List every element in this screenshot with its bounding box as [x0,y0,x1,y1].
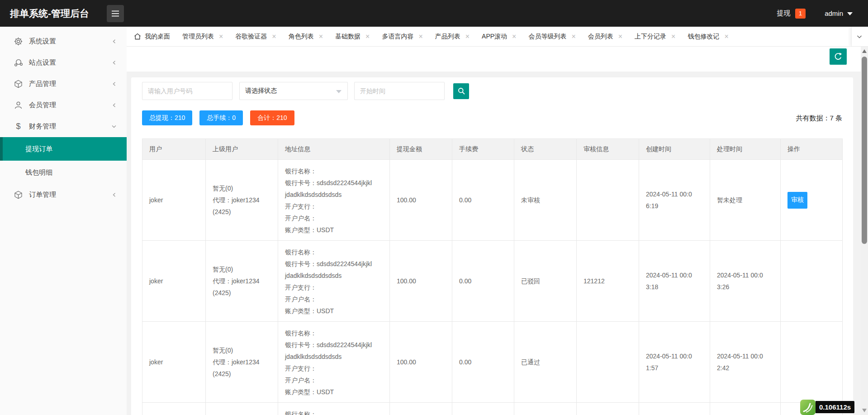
cell-created-time: 2024-05-11 00:06:19 [639,160,710,241]
tab-item[interactable]: APP滚动× [482,33,516,41]
sidebar-item-withdraw-orders[interactable]: 提现订单 [0,137,127,161]
status-select-value: 请选择状态 [245,87,277,95]
column-header: 状态 [514,139,577,160]
cell-action: 审核 [781,160,843,241]
address-line: jdadklkdsdsddsdsds [285,351,383,363]
column-header: 操作 [781,139,843,160]
address-line: 银行名称： [285,246,383,258]
tab-bar: 我的桌面 管理员列表× 谷歌验证器× 角色列表× 基础数据× 多语言内容× 产品… [127,27,868,47]
cell-amount [390,403,452,415]
tab-close-icon[interactable]: × [671,33,675,40]
parent-line: 暂无(0) [213,182,271,194]
cell-amount: 100.00 [390,160,452,241]
main-area: 我的桌面 管理员列表× 谷歌验证器× 角色列表× 基础数据× 多语言内容× 产品… [127,27,868,415]
sidebar-item-wallet-details[interactable]: 钱包明细 [0,161,127,184]
user-number-input[interactable] [142,82,232,100]
status-select[interactable]: 请选择状态 [239,82,348,100]
tab-label: 会员列表 [588,33,613,41]
sidebar-item-label: 订单管理 [29,191,56,199]
tab-item[interactable]: 多语言内容× [382,33,422,41]
total-fee-button[interactable]: 总手续：0 [199,110,243,125]
sidebar-item-product-management[interactable]: 产品管理 [0,73,127,95]
address-line: 银行名称： [285,408,383,415]
cell-parent-user: 暂无(0) 代理：joker1234 (2425) [206,160,278,241]
chevron-left-icon [112,103,117,108]
chevron-left-icon [112,192,117,197]
sidebar-item-label: 会员管理 [29,101,56,110]
cell-parent-user [206,403,278,415]
tab-item[interactable]: 谷歌验证器× [235,33,276,41]
audit-button[interactable]: 审核 [787,192,807,209]
tab-item[interactable]: 产品列表× [435,33,470,41]
tab-close-icon[interactable]: × [618,33,622,40]
tab-close-icon[interactable]: × [319,33,323,40]
search-icon [457,87,465,95]
scrollbar-thumb[interactable] [862,57,867,244]
sidebar-item-finance-management[interactable]: $ 财务管理 [0,116,127,137]
address-line: 银行卡号：sdsdsd2224544jkjkl [285,258,383,270]
chevron-left-icon [112,60,117,65]
tab-item[interactable]: 基础数据× [335,33,370,41]
address-line: 开户户名： [285,374,383,386]
cell-fee [452,403,514,415]
cell-status: 已通过 [514,322,577,403]
sidebar-item-member-management[interactable]: 会员管理 [0,95,127,116]
chevron-left-icon [112,81,117,86]
tab-close-icon[interactable]: × [465,33,470,40]
tab-close-icon[interactable]: × [724,33,728,40]
menu-toggle-button[interactable] [107,5,124,22]
search-button[interactable] [453,83,469,99]
address-line: 开户支行： [285,200,383,212]
tab-close-icon[interactable]: × [272,33,276,40]
total-sum-button[interactable]: 合计：210 [250,110,294,125]
sidebar-subitem-label: 提现订单 [25,145,52,153]
tab-close-icon[interactable]: × [219,33,223,40]
tab-close-icon[interactable]: × [365,33,370,40]
total-withdraw-button[interactable]: 总提现：210 [142,110,192,125]
vertical-scrollbar[interactable] [861,47,868,415]
withdraw-count-badge: 1 [795,9,806,19]
tab-item[interactable]: 管理员列表× [182,33,223,41]
record-count: 共有数据：7 条 [796,110,842,125]
tab-close-icon[interactable]: × [571,33,575,40]
column-header: 审核信息 [577,139,639,160]
scroll-down-arrow-icon[interactable] [862,409,867,412]
tab-item[interactable]: 上下分记录× [635,33,675,41]
sidebar-item-system-settings[interactable]: 系统设置 [0,31,127,52]
cell-fee: 0.00 [452,160,514,241]
topbar: 排单系统-管理后台 提现 1 admin [0,0,868,27]
tab-label: 产品列表 [435,33,460,41]
caret-down-icon [336,90,342,93]
refresh-button[interactable] [830,48,847,65]
gear-icon [14,37,23,46]
tab-item[interactable]: 钱包修改记× [688,33,728,41]
tab-label: 多语言内容 [382,33,413,41]
column-header: 手续费 [452,139,514,160]
tab-home[interactable]: 我的桌面 [134,33,170,41]
user-menu[interactable]: admin [825,10,853,17]
tab-item[interactable]: 角色列表× [289,33,323,41]
sidebar: 系统设置 站点设置 产品管理 会员管理 $ 财务管理 [0,27,127,415]
tab-close-icon[interactable]: × [512,33,516,40]
thinkphp-logo-icon [800,400,816,415]
withdraw-label: 提现 [777,9,790,18]
tab-item[interactable]: 会员列表× [588,33,622,41]
sidebar-item-order-management[interactable]: 订单管理 [0,184,127,205]
tab-close-icon[interactable]: × [418,33,422,40]
cell-amount: 100.00 [390,322,452,403]
tab-item[interactable]: 会员等级列表× [528,33,575,41]
withdraw-orders-table: 用户 上级用户 地址信息 提现金额 手续费 状态 审核信息 创建时间 处理时间 … [142,138,843,415]
parent-line: 暂无(0) [213,263,271,275]
cell-status [514,403,577,415]
table-row: joker 暂无(0) 代理：joker1234 (2425) 银行名称： 银行… [142,322,843,403]
start-time-input[interactable] [354,82,445,100]
column-header: 用户 [142,139,206,160]
withdraw-notice[interactable]: 提现 1 [777,9,806,19]
scroll-up-arrow-icon[interactable] [862,49,867,53]
datetime: 暂未处理 [717,194,765,206]
cell-processed-time: 2024-05-11 00:03:26 [710,241,781,322]
tab-overflow-button[interactable] [851,27,867,46]
tab-label: 钱包修改记 [688,33,719,41]
sidebar-item-site-settings[interactable]: 站点设置 [0,52,127,73]
column-header: 提现金额 [390,139,452,160]
